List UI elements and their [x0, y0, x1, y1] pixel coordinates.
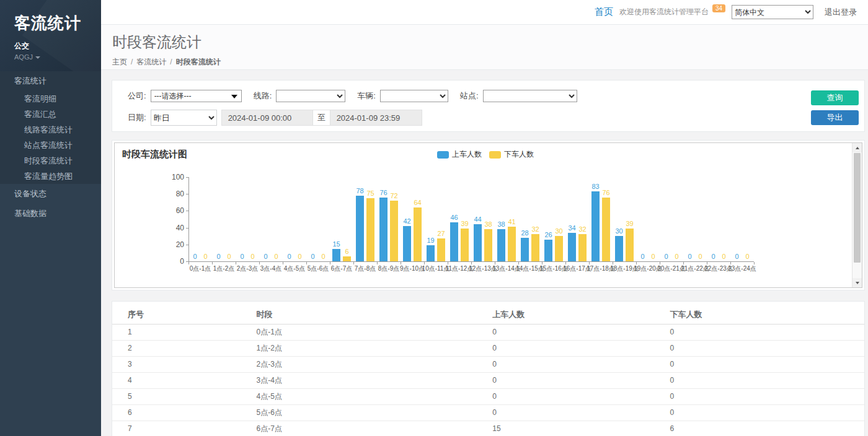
bar-value-label: 19	[427, 237, 434, 244]
vehicle-select[interactable]	[380, 90, 448, 102]
chart-title: 时段车流统计图	[122, 149, 187, 160]
table-row[interactable]: 76点-7点156	[112, 421, 864, 436]
bar-value-label: 34	[568, 224, 575, 232]
station-label: 站点:	[460, 90, 479, 102]
table-header-cell: 时段	[255, 305, 491, 324]
sidebar-section-0[interactable]: 客流统计	[0, 71, 101, 91]
chart-category: 00	[283, 177, 306, 261]
sidebar-item[interactable]: 客流汇总	[0, 107, 101, 122]
sidebar-section-2[interactable]: 基础数据	[0, 204, 101, 224]
chart-category: 8376	[589, 177, 613, 261]
y-axis-label: 40	[176, 224, 184, 232]
filter-row-1: 公司: ---请选择--- 线路: 车辆:	[112, 89, 864, 103]
filter-row-2: 日期: 昨日 至	[112, 110, 864, 126]
table-cell: 0	[669, 340, 864, 356]
bar-value-label: 0	[651, 253, 655, 260]
line-select[interactable]	[276, 90, 345, 102]
bar-boarding: 30	[615, 236, 623, 261]
table-row[interactable]: 43点-4点00	[112, 372, 864, 388]
bar-boarding: 19	[427, 245, 435, 261]
chart-category: 156	[330, 177, 353, 261]
sidebar-item[interactable]: 客流明细	[0, 91, 101, 107]
notification-badge[interactable]: 34	[712, 4, 725, 12]
table-cell: 0	[491, 404, 668, 421]
chart-category: 00	[212, 177, 236, 261]
sidebar-section-1[interactable]: 设备状态	[0, 184, 101, 204]
chart-category: 4264	[401, 177, 424, 261]
legend-label: 上车人数	[452, 149, 482, 160]
sidebar-item[interactable]: 时段客流统计	[0, 153, 101, 168]
bar-value-label: 0	[311, 253, 314, 260]
breadcrumb-item[interactable]: 主页	[112, 58, 127, 66]
sidebar-brand: 客流统计 公交 AQGJ	[0, 0, 101, 71]
bar-value-label: 30	[555, 227, 562, 235]
date-from-input[interactable]	[221, 110, 313, 126]
table-row[interactable]: 21点-2点00	[112, 340, 864, 356]
bar-boarding: 46	[450, 222, 458, 261]
station-select[interactable]	[483, 90, 577, 102]
x-axis-label: 16点-17点	[565, 264, 589, 273]
x-axis-label: 20点-21点	[660, 264, 683, 273]
y-axis-label: 20	[176, 240, 184, 249]
legend-item[interactable]: 上车人数	[437, 149, 482, 160]
table-cell: 3点-4点	[255, 372, 491, 388]
x-axis-label: 9点-10点	[401, 264, 424, 273]
chart-category: 3039	[613, 177, 636, 261]
scrollbar-thumb[interactable]	[854, 153, 861, 263]
table-row[interactable]: 54点-5点00	[112, 388, 864, 404]
bar-value-label: 0	[240, 253, 244, 260]
date-preset-select[interactable]: 昨日	[151, 110, 217, 126]
table-row[interactable]: 10点-1点00	[112, 324, 864, 340]
company-select[interactable]: ---请选择---	[151, 90, 242, 102]
x-axis-label: 12点-13点	[471, 264, 495, 273]
table-row[interactable]: 32点-3点00	[112, 356, 864, 372]
table-row[interactable]: 65点-6点00	[112, 404, 864, 421]
bar-boarding: 78	[356, 196, 364, 261]
breadcrumb-item[interactable]: 客流统计	[136, 58, 166, 66]
bar-value-label: 75	[366, 190, 374, 197]
chevron-down-icon	[35, 56, 40, 59]
home-link[interactable]: 首页	[595, 6, 613, 18]
query-button[interactable]: 查询	[811, 90, 859, 105]
topbar: 首页 欢迎使用客流统计管理平台 34 简体中文 退出登录	[101, 0, 868, 25]
sidebar-item[interactable]: 站点客流统计	[0, 137, 101, 153]
chart-plot: 0204060801000000000000001567875767242641…	[188, 177, 754, 261]
bar-value-label: 38	[484, 220, 492, 228]
chart-category: 4438	[471, 177, 495, 261]
table-cell: 0点-1点	[255, 324, 491, 340]
bar-value-label: 76	[602, 189, 609, 196]
x-axis-label: 3点-4点	[259, 264, 283, 273]
chart-category: 00	[236, 177, 259, 261]
sidebar-item[interactable]: 线路客流统计	[0, 122, 101, 137]
chart-category: 3841	[495, 177, 518, 261]
scroll-down-button[interactable]	[852, 278, 862, 287]
language-select[interactable]: 简体中文	[732, 5, 813, 19]
bar-value-label: 78	[356, 187, 363, 194]
x-axis-label: 21点-22点	[683, 264, 707, 273]
export-button[interactable]: 导出	[811, 110, 859, 125]
date-to-input[interactable]	[330, 110, 422, 126]
bar-boarding: 44	[474, 224, 482, 261]
bar-value-label: 0	[745, 253, 749, 260]
legend-item[interactable]: 下车人数	[489, 149, 534, 160]
date-label: 日期:	[128, 112, 146, 123]
bar-value-label: 76	[379, 189, 387, 196]
sidebar-item[interactable]: 客流量趋势图	[0, 168, 101, 184]
bar-value-label: 72	[390, 192, 397, 199]
table-cell: 5点-6点	[255, 404, 491, 421]
x-axis-label: 0点-1点	[188, 264, 212, 273]
logout-link[interactable]: 退出登录	[825, 7, 857, 18]
breadcrumb: 主页/客流统计/时段客流统计	[112, 57, 868, 68]
table-cell: 0	[669, 324, 864, 340]
vehicle-label: 车辆:	[357, 90, 376, 102]
table-cell: 0	[669, 356, 864, 372]
scroll-up-button[interactable]	[852, 143, 862, 152]
bar-value-label: 0	[227, 253, 231, 260]
table-card: 序号时段上车人数下车人数 10点-1点0021点-2点0032点-3点0043点…	[112, 301, 865, 436]
date-range-separator: 至	[313, 110, 330, 126]
x-axis-label: 7点-8点	[353, 264, 377, 273]
chart-vertical-scrollbar[interactable]	[852, 143, 862, 287]
bar-value-label: 32	[531, 225, 539, 233]
bar-value-label: 0	[203, 253, 207, 260]
org-code-dropdown[interactable]: AQGJ	[14, 53, 101, 61]
